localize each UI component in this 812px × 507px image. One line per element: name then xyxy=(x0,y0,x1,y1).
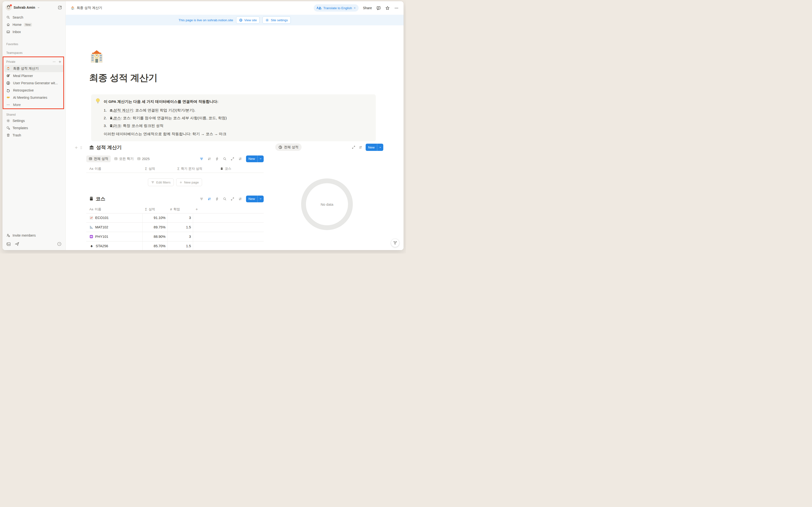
bolt-icon[interactable] xyxy=(215,197,219,201)
filter-icon[interactable] xyxy=(200,157,203,161)
chart-view-tab[interactable]: 전체 성적 xyxy=(275,144,302,151)
view-site-button[interactable]: View site xyxy=(236,16,260,24)
triangular-ruler-icon xyxy=(89,225,93,229)
favorites-label[interactable]: Favorites xyxy=(4,42,63,47)
add-column-button[interactable]: + xyxy=(193,207,264,212)
new-dropdown-chevron[interactable] xyxy=(257,195,264,202)
marks-db-link[interactable]: 마크 xyxy=(113,124,121,128)
sliders-icon[interactable] xyxy=(238,197,242,201)
notion-ai-button[interactable] xyxy=(391,239,399,247)
filter-icon xyxy=(151,181,154,184)
search-icon[interactable] xyxy=(223,157,227,161)
sort-icon[interactable] xyxy=(207,197,211,201)
close-icon[interactable]: × xyxy=(354,6,355,10)
breadcrumb[interactable]: 최종 성적 계산기 xyxy=(70,6,102,10)
table-row[interactable]: PHY101 88.90% 3 xyxy=(86,232,264,241)
tab-all-semesters[interactable]: 모든 학기 xyxy=(114,156,134,162)
block-gutter xyxy=(74,144,83,151)
more-icon[interactable] xyxy=(52,60,56,63)
teamspaces-label[interactable]: Teamspaces xyxy=(4,50,63,55)
sidebar-item-inbox[interactable]: Inbox xyxy=(4,28,63,36)
grade-db-mini-icon: ↗ xyxy=(109,107,113,114)
tab-2025[interactable]: 2025 xyxy=(137,156,150,162)
column-name[interactable]: Aa이름 xyxy=(86,207,143,212)
sidebar-item-more[interactable]: More xyxy=(4,101,63,108)
add-block-icon[interactable] xyxy=(74,146,78,150)
svg-text:?: ? xyxy=(59,242,60,245)
calendar-icon[interactable]: 24 xyxy=(6,242,11,246)
help-icon[interactable]: ? xyxy=(57,242,62,246)
column-grade[interactable]: Σ성적 xyxy=(142,167,174,171)
sidebar-item-user-persona[interactable]: User Persona Generator wit... xyxy=(4,79,63,87)
pie-chart-icon xyxy=(278,145,282,149)
sliders-icon[interactable] xyxy=(359,145,362,149)
sidebar-item-meal-planner[interactable]: Meal Planner xyxy=(4,72,63,79)
sidebar-item-templates[interactable]: Templates xyxy=(4,124,63,131)
translate-pill[interactable]: Aあ Translate to English × xyxy=(314,4,359,12)
course-new-button[interactable]: New xyxy=(246,195,264,202)
more-icon[interactable] xyxy=(394,6,399,10)
sidebar-item-search[interactable]: Search xyxy=(4,14,63,21)
private-label[interactable]: Private xyxy=(6,59,15,64)
expand-icon[interactable] xyxy=(231,197,235,201)
expand-icon[interactable] xyxy=(231,157,235,161)
donut-chart: No data xyxy=(299,176,355,232)
bolt-icon[interactable] xyxy=(215,157,219,161)
edit-filters-button[interactable]: Edit filters xyxy=(148,178,173,186)
table-icon xyxy=(137,157,141,161)
search-icon[interactable] xyxy=(223,197,227,201)
course-table-body: ECO101 91.10% 3 MAT102 89.75% 1.5 PHY101… xyxy=(86,213,264,250)
marks-db-mini-icon: A+↗ xyxy=(109,123,113,130)
callout-item: 3. A+↗마크: 특정 코스에 링크된 성적 xyxy=(104,122,371,130)
sidebar-item-trash[interactable]: Trash xyxy=(4,131,63,139)
tab-all-grades[interactable]: 전체 성적 xyxy=(86,156,111,162)
sidebar-item-ai-meeting[interactable]: AI Meeting Summaries xyxy=(4,94,63,101)
table-row[interactable]: ECO101 91.10% 3 xyxy=(86,213,264,223)
sidebar-item-grade-calculator[interactable]: 최종 성적 계산기 xyxy=(4,65,63,72)
sidebar-footer: 24 ? xyxy=(4,239,63,249)
star-icon[interactable] xyxy=(385,6,390,10)
table-icon xyxy=(114,157,118,161)
atom-icon xyxy=(89,235,93,238)
column-letter-grade[interactable]: Σ학기 문자 성적 xyxy=(174,167,217,171)
shared-label[interactable]: Shared xyxy=(4,112,63,117)
banner-message: This page is live on sohrab.notion.site xyxy=(179,18,233,22)
filter-icon[interactable] xyxy=(200,197,203,201)
paper-plane-icon[interactable] xyxy=(15,242,19,246)
course-db-mini-icon xyxy=(220,167,223,170)
column-course-relation[interactable]: 코스 xyxy=(217,167,264,171)
sort-icon[interactable] xyxy=(207,157,211,161)
grade-db-link[interactable]: 성적 계산기 xyxy=(113,108,133,113)
new-page-button[interactable]: New page xyxy=(176,178,202,186)
sliders-icon[interactable] xyxy=(238,157,242,161)
table-row[interactable]: ♠STA256 85.70% 1.5 xyxy=(86,241,264,250)
column-grade[interactable]: Σ성적 xyxy=(143,207,168,212)
plus-icon[interactable] xyxy=(58,60,62,63)
page-icon-school[interactable] xyxy=(89,49,104,64)
drag-handle-icon[interactable] xyxy=(80,146,83,150)
column-name[interactable]: Aa이름 xyxy=(86,167,142,171)
expand-icon[interactable] xyxy=(352,145,355,149)
chart-new-button[interactable]: New xyxy=(366,144,383,151)
gear-icon xyxy=(6,119,10,123)
sidebar-item-retrospective[interactable]: Retrospective xyxy=(4,87,63,94)
site-settings-button[interactable]: Site settings xyxy=(262,16,291,24)
page-content: 최종 성적 계산기 이 GPA 계산기는 다음 세 가지 데이터베이스를 연결하… xyxy=(66,25,404,250)
grade-new-button[interactable]: New xyxy=(246,156,264,162)
comments-icon[interactable] xyxy=(376,6,381,10)
grade-db-title[interactable]: 성적 계산기 xyxy=(96,144,122,151)
invite-members[interactable]: Invite members xyxy=(4,232,63,239)
notification-dot xyxy=(10,4,12,6)
share-button[interactable]: Share xyxy=(363,6,372,10)
course-db-link[interactable]: 코스 xyxy=(113,116,121,120)
sidebar-item-settings[interactable]: Settings xyxy=(4,117,63,124)
course-db-mini-icon: ↗ xyxy=(109,115,113,122)
workspace-switcher[interactable]: Sohrab Amin xyxy=(4,3,63,12)
table-row[interactable]: MAT102 89.75% 1.5 xyxy=(86,223,264,232)
compose-icon[interactable] xyxy=(58,5,62,10)
new-dropdown-chevron[interactable] xyxy=(257,156,264,162)
sidebar-item-home[interactable]: Home New xyxy=(4,21,63,28)
column-credits[interactable]: #학점 xyxy=(168,207,193,212)
new-dropdown-chevron[interactable] xyxy=(377,144,383,151)
search-icon xyxy=(6,15,10,19)
